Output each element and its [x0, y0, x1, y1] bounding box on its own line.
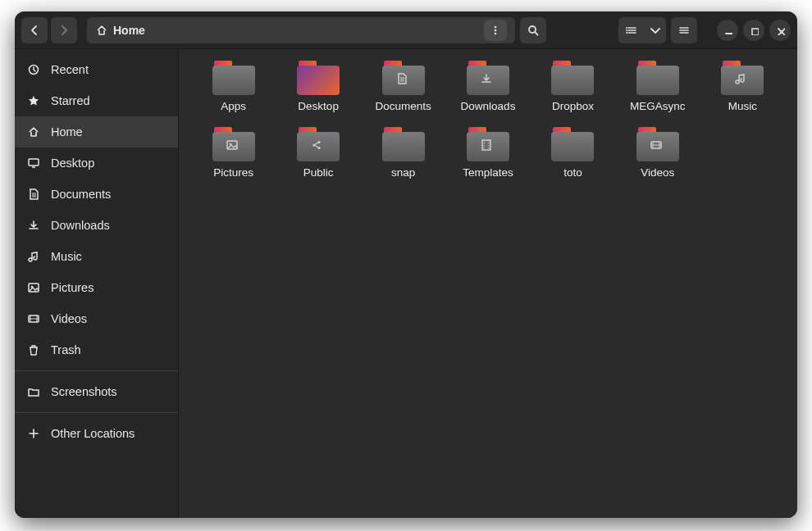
folder-icon [467, 127, 509, 161]
folder-label: toto [563, 166, 582, 179]
folder-label: Music [728, 100, 757, 112]
folder-label: snap [391, 166, 415, 179]
videos-icon [26, 312, 41, 325]
folder-icon [297, 61, 340, 95]
folder-label: Public [303, 166, 334, 179]
folder-label: MEGAsync [630, 100, 686, 112]
close-button[interactable] [769, 20, 791, 41]
trash-icon [26, 343, 41, 356]
folder-icon [636, 127, 679, 161]
music-icon [26, 250, 41, 263]
download-icon [480, 72, 496, 88]
folder-icon [551, 127, 594, 161]
folder-icon [467, 61, 509, 95]
sidebar-item-pictures[interactable]: Pictures [15, 272, 178, 303]
sidebar-item-downloads[interactable]: Downloads [15, 210, 178, 241]
template-icon [480, 138, 496, 155]
sidebar-item-label: Starred [51, 94, 90, 107]
minimize-button[interactable] [717, 20, 738, 41]
sidebar-item-screenshots[interactable]: Screenshots [15, 376, 178, 407]
sidebar-item-label: Recent [51, 63, 89, 76]
content-area: AppsDesktopDocumentsDownloadsDropboxMEGA… [179, 49, 797, 518]
folder-label: Dropbox [552, 100, 594, 112]
folder-public[interactable]: Public [278, 125, 358, 179]
sidebar-item-label: Videos [51, 312, 87, 325]
sidebar-item-home[interactable]: Home [15, 116, 178, 148]
folder-megasync[interactable]: MEGAsync [618, 59, 697, 112]
sidebar-item-other-locations[interactable]: Other Locations [15, 418, 178, 449]
sidebar-item-videos[interactable]: Videos [15, 303, 178, 334]
folder-icon [297, 127, 340, 161]
file-manager-window: Home RecentStarredHomeDesktopDocumentsDo… [15, 11, 797, 518]
document-icon [395, 72, 412, 88]
home-icon [26, 125, 41, 138]
sidebar-item-label: Home [51, 125, 83, 138]
sidebar-item-label: Other Locations [51, 427, 135, 440]
sidebar-item-label: Music [51, 250, 82, 263]
sidebar-item-label: Trash [51, 343, 81, 356]
sidebar: RecentStarredHomeDesktopDocumentsDownloa… [15, 49, 179, 518]
pictures-icon [226, 138, 242, 155]
folder-dropbox[interactable]: Dropbox [533, 59, 613, 112]
folder-icon [551, 61, 594, 95]
sidebar-item-trash[interactable]: Trash [15, 334, 178, 365]
folder-downloads[interactable]: Downloads [448, 59, 527, 112]
download-icon [26, 219, 41, 232]
sidebar-item-starred[interactable]: Starred [15, 85, 178, 116]
pathbar[interactable]: Home [87, 17, 515, 43]
folder-templates[interactable]: Templates [448, 125, 527, 179]
sidebar-item-label: Pictures [51, 281, 94, 294]
search-button[interactable] [520, 17, 546, 43]
view-options-button[interactable] [645, 17, 666, 43]
sidebar-item-desktop[interactable]: Desktop [15, 148, 178, 179]
sidebar-item-label: Screenshots [51, 385, 117, 398]
sidebar-item-label: Desktop [51, 157, 94, 170]
folder-toto[interactable]: toto [533, 125, 613, 179]
folder-videos[interactable]: Videos [618, 125, 697, 179]
folder-pictures[interactable]: Pictures [194, 125, 273, 179]
folder-icon [382, 127, 425, 161]
folder-label: Templates [463, 166, 513, 179]
recent-icon [26, 63, 41, 76]
headerbar: Home [15, 11, 797, 49]
breadcrumb-label: Home [113, 24, 145, 37]
desktop-icon [26, 157, 41, 170]
path-menu-button[interactable] [484, 20, 507, 41]
main-body: RecentStarredHomeDesktopDocumentsDownloa… [15, 49, 797, 518]
sidebar-item-documents[interactable]: Documents [15, 179, 178, 210]
folder-icon [26, 385, 41, 398]
folder-snap[interactable]: snap [363, 125, 443, 179]
document-icon [26, 188, 41, 201]
folder-label: Pictures [213, 166, 253, 179]
pictures-icon [26, 281, 41, 294]
plus-icon [26, 427, 41, 440]
folder-icon [212, 127, 255, 161]
folder-label: Desktop [298, 100, 339, 112]
folder-label: Documents [375, 100, 431, 112]
video-icon [650, 138, 666, 155]
star-icon [26, 94, 41, 107]
folder-desktop[interactable]: Desktop [278, 59, 358, 112]
home-icon [95, 24, 108, 37]
folder-grid: AppsDesktopDocumentsDownloadsDropboxMEGA… [194, 59, 782, 179]
folder-documents[interactable]: Documents [363, 59, 443, 112]
folder-icon [721, 61, 764, 95]
view-switcher [618, 17, 666, 43]
folder-icon [636, 61, 679, 95]
forward-button[interactable] [51, 17, 77, 43]
folder-label: Videos [641, 166, 674, 179]
hamburger-menu-button[interactable] [671, 17, 697, 43]
list-view-button[interactable] [618, 17, 645, 43]
folder-music[interactable]: Music [703, 59, 782, 112]
sidebar-item-recent[interactable]: Recent [15, 54, 178, 85]
maximize-button[interactable] [743, 20, 764, 41]
share-icon [310, 138, 326, 155]
sidebar-item-music[interactable]: Music [15, 241, 178, 272]
folder-apps[interactable]: Apps [194, 59, 273, 112]
sidebar-item-label: Documents [51, 188, 111, 201]
breadcrumb-home[interactable]: Home [95, 24, 145, 37]
folder-label: Downloads [461, 100, 516, 112]
music-icon [734, 72, 750, 88]
back-button[interactable] [21, 17, 48, 43]
folder-icon [212, 61, 255, 95]
